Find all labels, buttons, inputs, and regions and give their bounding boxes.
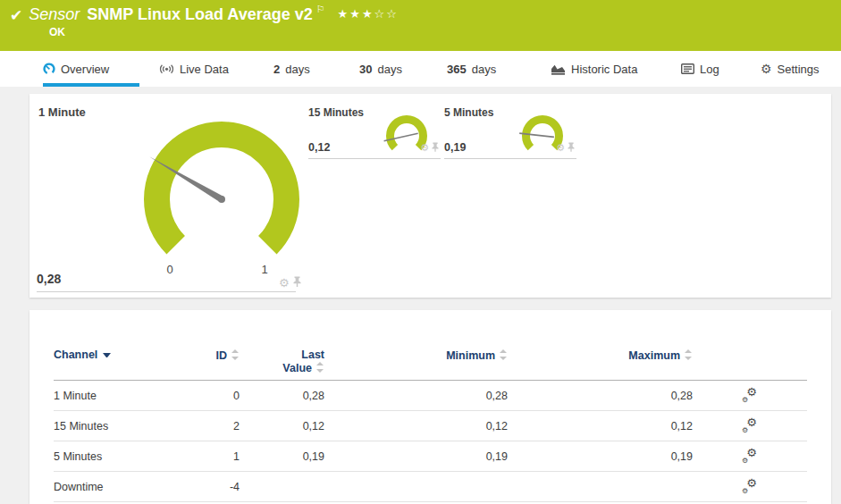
channel-settings-icon[interactable]: ⚙⚙ bbox=[743, 418, 757, 432]
tab-number: 30 bbox=[359, 63, 372, 76]
cell-maximum: 0,19 bbox=[508, 441, 693, 472]
live-data-icon bbox=[159, 63, 174, 75]
pin-icon[interactable] bbox=[568, 139, 575, 155]
table-row: 1 Minute00,280,280,28⚙⚙ bbox=[54, 381, 807, 411]
channel-settings-icon[interactable]: ⚙⚙ bbox=[743, 449, 757, 462]
cell-last-value: 0,19 bbox=[240, 441, 324, 472]
mini-gauge-panel-15-minutes: 15 Minutes0,12⚙ bbox=[308, 101, 441, 159]
col-header-last-value[interactable]: LastValue bbox=[240, 337, 324, 381]
settings-icon: ⚙ bbox=[761, 63, 772, 75]
mini-gauge bbox=[516, 109, 569, 166]
tab-2-days[interactable]: 2days bbox=[273, 51, 310, 87]
tab-number: 365 bbox=[447, 63, 467, 76]
flag-icon[interactable]: ⚐ bbox=[316, 4, 325, 15]
gauge-scale-min: 0 bbox=[163, 263, 177, 276]
sort-icon bbox=[316, 362, 324, 373]
channel-table: Channel ID LastValue Minimum Maximum 1 M… bbox=[54, 337, 807, 502]
status-check-icon: ✔ bbox=[10, 6, 22, 25]
gear-icon[interactable]: ⚙ bbox=[556, 143, 565, 153]
sort-desc-icon bbox=[103, 353, 111, 358]
cell-channel: 5 Minutes bbox=[54, 441, 174, 472]
primary-gauge-value: 0,28 bbox=[37, 272, 61, 286]
cell-minimum bbox=[324, 472, 508, 502]
tab-30-days[interactable]: 30days bbox=[359, 51, 402, 87]
historic-data-icon bbox=[551, 63, 566, 75]
cell-maximum: 0,12 bbox=[508, 411, 693, 441]
cell-channel: 1 Minute bbox=[54, 381, 174, 411]
gauge-value: 0,19 bbox=[444, 141, 466, 154]
col-header-actions bbox=[693, 337, 807, 381]
cell-channel: 15 Minutes bbox=[54, 411, 174, 441]
col-header-minimum[interactable]: Minimum bbox=[324, 337, 508, 381]
tab-label: days bbox=[472, 63, 496, 76]
sensor-status-text: OK bbox=[49, 26, 65, 38]
primary-gauge bbox=[132, 110, 311, 292]
table-row: 15 Minutes20,120,120,12⚙⚙ bbox=[54, 411, 807, 441]
table-row: Downtime-4⚙⚙ bbox=[54, 472, 807, 502]
channels-panel: Channel ID LastValue Minimum Maximum 1 M… bbox=[29, 310, 831, 504]
tab-overview[interactable]: Overview bbox=[43, 51, 109, 87]
tab-label: Overview bbox=[61, 63, 109, 76]
pin-icon[interactable] bbox=[293, 274, 301, 290]
cell-minimum: 0,12 bbox=[324, 411, 508, 441]
gauge-scale-max: 1 bbox=[257, 263, 272, 276]
col-header-maximum[interactable]: Maximum bbox=[508, 337, 693, 381]
tab-live-data[interactable]: Live Data bbox=[159, 51, 229, 87]
mini-gauge bbox=[380, 109, 433, 166]
gauge-value: 0,12 bbox=[308, 141, 330, 154]
channel-settings-icon[interactable]: ⚙⚙ bbox=[743, 388, 757, 401]
gauge-label: 15 Minutes bbox=[308, 106, 364, 119]
gauges-panel: 1 Minute 0 1 0,28 ⚙ 15 Minutes0,12⚙5 Min… bbox=[29, 94, 831, 298]
tab-label: Settings bbox=[778, 63, 820, 76]
gear-icon[interactable]: ⚙ bbox=[279, 277, 290, 289]
cell-id: -4 bbox=[174, 472, 240, 502]
tab-bar: OverviewLive Data2days30days365daysHisto… bbox=[0, 51, 841, 87]
tab-label: days bbox=[377, 63, 401, 76]
sort-icon bbox=[685, 349, 693, 360]
cell-id: 2 bbox=[174, 411, 240, 441]
cell-id: 0 bbox=[174, 381, 240, 411]
sort-icon bbox=[500, 349, 508, 360]
tab-365-days[interactable]: 365days bbox=[447, 51, 496, 87]
gear-icon[interactable]: ⚙ bbox=[420, 143, 429, 153]
tab-label: Log bbox=[700, 63, 719, 76]
gauge-label: 5 Minutes bbox=[444, 106, 493, 119]
cell-maximum: 0,28 bbox=[508, 381, 693, 411]
tab-number: 2 bbox=[273, 63, 280, 76]
sensor-header: ✔ Sensor SNMP Linux Load Average v2 ⚐ ★★… bbox=[0, 0, 841, 51]
object-kind-label: Sensor bbox=[29, 5, 80, 24]
tab-label: days bbox=[285, 63, 309, 76]
cell-minimum: 0,28 bbox=[324, 381, 508, 411]
mini-gauge-panel-5-minutes: 5 Minutes0,19⚙ bbox=[444, 101, 576, 159]
col-header-id[interactable]: ID bbox=[174, 337, 240, 381]
log-icon bbox=[681, 63, 694, 74]
cell-last-value: 0,28 bbox=[240, 381, 324, 411]
cell-last-value: 0,12 bbox=[240, 411, 324, 441]
cell-maximum bbox=[508, 472, 693, 502]
tab-label: Live Data bbox=[180, 63, 229, 76]
tab-label: Historic Data bbox=[571, 63, 637, 76]
divider bbox=[37, 291, 296, 292]
pin-icon[interactable] bbox=[432, 139, 439, 155]
gauge-icon bbox=[43, 63, 55, 75]
tab-log[interactable]: Log bbox=[681, 51, 719, 87]
sensor-title: SNMP Linux Load Average v2 bbox=[87, 5, 312, 24]
cell-minimum: 0,19 bbox=[324, 441, 508, 472]
channel-settings-icon[interactable]: ⚙⚙ bbox=[743, 479, 757, 492]
tab-historic-data[interactable]: Historic Data bbox=[551, 51, 637, 87]
table-row: 5 Minutes10,190,190,19⚙⚙ bbox=[54, 441, 807, 472]
col-header-channel[interactable]: Channel bbox=[54, 337, 174, 381]
cell-last-value bbox=[240, 472, 324, 502]
cell-channel: Downtime bbox=[54, 472, 174, 502]
sort-icon bbox=[231, 349, 240, 360]
tab-settings[interactable]: ⚙Settings bbox=[761, 51, 820, 87]
cell-id: 1 bbox=[174, 441, 240, 472]
primary-gauge-label: 1 Minute bbox=[38, 105, 86, 119]
priority-stars[interactable]: ★★★☆☆ bbox=[338, 7, 399, 21]
